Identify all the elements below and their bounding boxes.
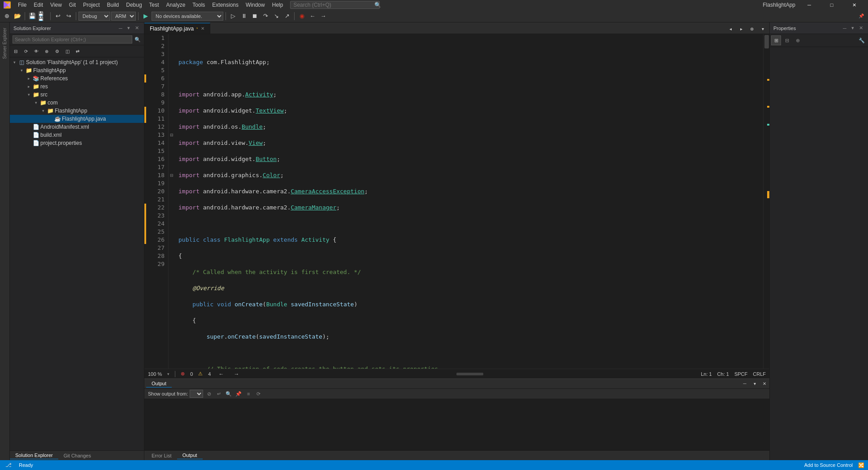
fold-13[interactable]: ⊟ <box>170 133 174 137</box>
props-dropdown[interactable]: ▾ <box>849 25 856 32</box>
toolbar-undo[interactable]: ↩ <box>53 11 63 21</box>
toolbar-stop[interactable]: ⏹ <box>250 11 260 21</box>
toolbar-nav-back[interactable]: ← <box>308 11 317 21</box>
se-toolbar-collapse[interactable]: ⊟ <box>11 46 21 56</box>
menu-build[interactable]: Build <box>104 1 123 9</box>
props-alphabetical[interactable]: ⊕ <box>793 35 803 45</box>
se-toolbar-properties[interactable]: ⚙ <box>52 46 62 56</box>
fold-18[interactable]: ⊟ <box>170 173 174 178</box>
tree-com[interactable]: ▾ 📁 com <box>10 99 144 107</box>
tab-scroll-right[interactable]: ▸ <box>736 24 746 34</box>
menu-file[interactable]: File <box>14 1 30 9</box>
tab-output[interactable]: Output <box>146 380 172 387</box>
toolbar-pin[interactable]: 📌 <box>856 11 866 21</box>
menu-extensions[interactable]: Extensions <box>208 1 242 9</box>
status-source-control[interactable]: Add to Source Control <box>804 462 853 468</box>
tab-dropdown[interactable]: ▾ <box>758 24 768 34</box>
se-toolbar-sync[interactable]: ⇄ <box>73 46 82 56</box>
props-pin[interactable]: ─ <box>841 25 848 32</box>
tree-res[interactable]: ▸ 📁 res <box>10 83 144 91</box>
output-pin2[interactable]: 📌 <box>234 390 243 398</box>
tree-solution[interactable]: ▾ ◫ Solution 'FlashlightApp' (1 of 1 pro… <box>10 58 144 66</box>
tree-androidmanifest[interactable]: ▸ 📄 AndroidManifest.xml <box>10 123 144 131</box>
toolbar-pause[interactable]: ⏸ <box>239 11 249 21</box>
se-toolbar-refresh[interactable]: ⟳ <box>21 46 31 56</box>
solution-search-icon[interactable]: 🔍 <box>134 36 141 43</box>
output-word-wrap[interactable]: ↵ <box>215 390 223 398</box>
tab-close-button[interactable]: ✕ <box>201 26 204 31</box>
server-explorer-label[interactable]: Server Explorer <box>2 28 7 59</box>
panel-pin-button[interactable]: ─ <box>117 25 124 32</box>
props-categorized[interactable]: ⊟ <box>782 35 792 45</box>
se-toolbar-preview[interactable]: ◫ <box>62 46 72 56</box>
toolbar-run-all-tests[interactable]: ▷ <box>228 11 238 21</box>
menu-edit[interactable]: Edit <box>30 1 47 9</box>
toolbar-new-project[interactable]: ⊕ <box>2 11 12 21</box>
menu-tools[interactable]: Tools <box>189 1 208 9</box>
toolbar-start-debug[interactable]: ▶ <box>141 11 151 21</box>
nav-back-code[interactable]: ← <box>216 369 226 379</box>
toolbar-step-over[interactable]: ↷ <box>260 11 270 21</box>
output-btn2[interactable]: ≡ <box>244 390 252 398</box>
toolbar-config-dropdown[interactable]: Debug Release <box>78 12 110 21</box>
close-button[interactable]: ✕ <box>844 0 864 10</box>
toolbar-step-into[interactable]: ↘ <box>271 11 281 21</box>
tree-project-properties[interactable]: ▸ 📄 project.properties <box>10 139 144 147</box>
output-dropdown[interactable]: ▾ <box>750 379 760 389</box>
se-toolbar-filter[interactable]: ⊕ <box>42 46 52 56</box>
error-count[interactable]: 0 <box>190 371 193 377</box>
tree-build-xml[interactable]: ▸ 📄 build.xml <box>10 131 144 139</box>
menu-view[interactable]: View <box>47 1 65 9</box>
tab-solution-explorer[interactable]: Solution Explorer <box>10 452 58 459</box>
output-source-select[interactable] <box>190 390 203 398</box>
menu-debug[interactable]: Debug <box>122 1 145 9</box>
props-wrench[interactable]: 🔧 <box>857 35 867 45</box>
toolbar-platform-dropdown[interactable]: ARM x86 <box>111 12 136 21</box>
toolbar-step-out[interactable]: ↗ <box>282 11 292 21</box>
panel-close-button[interactable]: ✕ <box>133 25 140 32</box>
output-pin[interactable]: ─ <box>740 379 750 389</box>
tree-references[interactable]: ▸ 📚 References <box>10 74 144 83</box>
output-clear[interactable]: ⊘ <box>205 390 213 398</box>
tab-scroll-left[interactable]: ◂ <box>725 24 735 34</box>
output-find[interactable]: 🔍 <box>225 390 233 398</box>
toolbar-redo[interactable]: ↪ <box>64 11 74 21</box>
solution-search-input[interactable] <box>13 35 132 44</box>
warning-count[interactable]: 4 <box>208 371 211 377</box>
nav-fwd-code[interactable]: → <box>231 369 241 379</box>
tree-flashlightapp-folder[interactable]: ▾ 📁 FlashlightApp <box>10 107 144 115</box>
menu-project[interactable]: Project <box>79 1 103 9</box>
props-grid-view[interactable]: ⊞ <box>771 35 781 45</box>
git-branch-area[interactable]: ⎇ <box>4 462 13 468</box>
code-content[interactable]: package com.FlashlightApp; import androi… <box>175 34 763 369</box>
restore-button[interactable]: □ <box>821 0 842 10</box>
vertical-scrollbar[interactable] <box>763 34 769 369</box>
output-close[interactable]: ✕ <box>760 379 769 389</box>
se-toolbar-show-all[interactable]: 👁 <box>31 46 41 56</box>
toolbar-breakpoint[interactable]: ◉ <box>297 11 307 21</box>
tree-project[interactable]: ▾ 📁 FlashlightApp <box>10 66 144 74</box>
toolbar-save-all[interactable]: 💾💾 <box>38 11 48 21</box>
menu-window[interactable]: Window <box>242 1 269 9</box>
title-search-input[interactable] <box>290 1 380 9</box>
props-close[interactable]: ✕ <box>857 25 864 32</box>
menu-help[interactable]: Help <box>269 1 287 9</box>
menu-analyze[interactable]: Analyze <box>163 1 189 9</box>
tab-flashlightapp-java[interactable]: FlashlightApp.java * ✕ <box>144 23 210 34</box>
tab-output-bottom[interactable]: Output <box>177 452 203 459</box>
panel-dropdown-button[interactable]: ▾ <box>125 25 132 32</box>
tree-flashlightapp-java[interactable]: ▸ ☕ FlashlightApp.java <box>10 115 144 123</box>
toolbar-open[interactable]: 📂 <box>13 11 22 21</box>
minimize-button[interactable]: ─ <box>799 0 820 10</box>
toolbar-save[interactable]: 💾 <box>27 11 37 21</box>
menu-git[interactable]: Git <box>65 1 79 9</box>
tab-pin[interactable]: ⊕ <box>747 24 757 34</box>
tab-error-list[interactable]: Error List <box>146 452 177 459</box>
zoom-dropdown[interactable]: ▾ <box>167 372 169 376</box>
toolbar-device-dropdown[interactable]: No devices available. <box>152 12 223 21</box>
toolbar-nav-fwd[interactable]: → <box>318 11 328 21</box>
output-btn3[interactable]: ⟳ <box>254 390 262 398</box>
tab-git-changes[interactable]: Git Changes <box>58 452 96 459</box>
tree-src[interactable]: ▾ 📁 src <box>10 91 144 99</box>
zoom-level[interactable]: 100 % <box>148 371 162 377</box>
